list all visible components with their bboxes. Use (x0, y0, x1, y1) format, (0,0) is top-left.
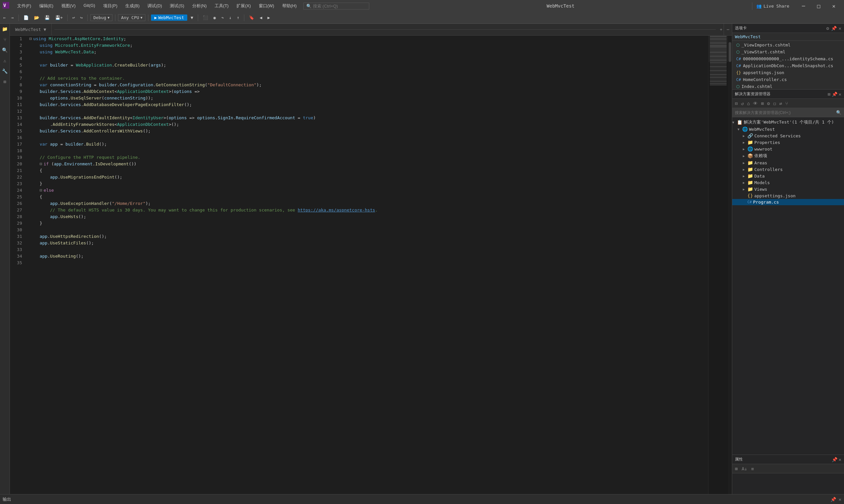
menu-analyze[interactable]: 分析(N) (188, 2, 211, 10)
save-all-button[interactable]: 💾+ (53, 15, 65, 21)
back-button[interactable]: ← (1, 15, 8, 21)
forward-button[interactable]: → (9, 15, 16, 21)
breakpoints-button[interactable]: ◉ (211, 15, 218, 21)
run-button[interactable]: ▶ WebMvcTest (151, 15, 187, 21)
tabs-panel-gear[interactable]: ⚙ (826, 26, 829, 31)
step-over-button[interactable]: ↷ (219, 15, 226, 21)
sol-home-btn[interactable]: ⌂ (746, 100, 751, 107)
solution-sync-btn[interactable]: ⊞ (828, 92, 830, 97)
solution-close-btn[interactable]: ✕ (839, 92, 841, 97)
tree-item-wwwroot[interactable]: ▶ 🌐 wwwroot (732, 146, 844, 152)
editor-scrollbar[interactable] (728, 36, 732, 494)
collapse-1[interactable]: ⊟ (29, 36, 32, 42)
menu-help[interactable]: 帮助(H) (278, 2, 301, 10)
maximize-button[interactable]: □ (811, 0, 826, 12)
props-close-btn[interactable]: ✕ (839, 457, 841, 462)
file-item-homecontroller[interactable]: C# HomeController.cs (732, 76, 844, 83)
sol-collapse-btn[interactable]: ⊟ (734, 100, 739, 107)
file-item-snapshot[interactable]: C# ApplicationDbCon...ModelSnapshot.cs (732, 62, 844, 69)
menu-debug[interactable]: 调试(D) (143, 2, 166, 10)
menu-file[interactable]: 文件(F) (13, 2, 35, 10)
undo-button[interactable]: ↩ (70, 15, 77, 21)
tabs-panel-pin[interactable]: 📌 (831, 26, 837, 31)
run-dropdown[interactable]: ▼ (189, 15, 195, 21)
file-item-index[interactable]: ⬡ Index.cshtml (732, 83, 844, 90)
code-editor[interactable]: ⊟ using Microsoft.AspNetCore.Identity; u… (28, 36, 708, 494)
menu-test[interactable]: 测试(S) (166, 2, 188, 10)
sol-git-btn[interactable]: ⑂ (784, 100, 789, 107)
file-item-appsettings[interactable]: {} appsettings.json (732, 69, 844, 76)
file-item-viewstart[interactable]: ⬡ _ViewStart.cshtml (732, 49, 844, 55)
props-pin-btn[interactable]: 📌 (832, 457, 838, 462)
step-into-button[interactable]: ↓ (227, 15, 234, 21)
tab-panel-menu[interactable]: ⋯ (727, 27, 729, 32)
sol-refresh-btn[interactable]: ↺ (740, 100, 745, 107)
tree-item-project[interactable]: ▼ 🌐 WebMvcTest (732, 126, 844, 132)
bookmark-button[interactable]: 🔖 (247, 15, 256, 21)
git-icon[interactable]: ⑂ (1, 36, 9, 43)
tree-item-properties[interactable]: ▶ 📁 Properties (732, 139, 844, 146)
save-button[interactable]: 💾 (42, 15, 52, 21)
tree-item-connected-services[interactable]: ▶ 🔗 Connected Services (732, 132, 844, 139)
menu-extensions[interactable]: 扩展(X) (232, 2, 255, 10)
tree-item-models[interactable]: ▶ 📁 Models (732, 179, 844, 186)
menu-edit[interactable]: 编辑(E) (35, 2, 57, 10)
scrollbar-thumb[interactable] (729, 42, 731, 62)
new-project-button[interactable]: 📄 (21, 15, 31, 21)
open-button[interactable]: 📂 (32, 15, 41, 21)
solution-pin-btn[interactable]: 📌 (832, 92, 838, 97)
step-out-button[interactable]: ↑ (235, 15, 242, 21)
diagnostics-icon[interactable]: ⚠ (1, 57, 9, 65)
search-sidebar-icon[interactable]: 🔍 (1, 46, 9, 54)
menu-git[interactable]: Git(G) (80, 2, 99, 10)
tree-item-solution[interactable]: ▼ 📋 解决方案'WebMvcTest'(1 个项目/共 1 个) (732, 119, 844, 126)
output-close-btn[interactable]: ✕ (839, 497, 841, 502)
menu-window[interactable]: 窗口(W) (255, 2, 278, 10)
search-input[interactable] (313, 4, 359, 8)
sol-show-all-btn[interactable]: 👁 (752, 100, 759, 107)
prev-bookmark[interactable]: ◀ (258, 15, 264, 21)
sol-props-btn[interactable]: ⚙ (766, 100, 771, 107)
tree-item-controllers[interactable]: ▶ 📁 Controllers (732, 166, 844, 173)
menu-build[interactable]: 生成(B) (121, 2, 143, 10)
props-grid-btn[interactable]: ⊞ (734, 466, 739, 472)
tab-add-button[interactable]: + (720, 27, 722, 32)
tree-item-data[interactable]: ▶ 📁 Data (732, 173, 844, 179)
minimap-viewport[interactable] (708, 36, 728, 62)
global-search[interactable]: 🔍 (303, 3, 369, 10)
menu-view[interactable]: 视图(V) (57, 2, 80, 10)
editor-tab-webmvctest[interactable]: WebMvcTest ▼ (10, 24, 52, 35)
output-pin-btn[interactable]: 📌 (830, 497, 836, 502)
tabs-panel-close[interactable]: ✕ (839, 26, 841, 31)
props-alpha-btn[interactable]: A↓ (740, 466, 748, 472)
file-item-viewimports[interactable]: ⬡ _ViewImports.cshtml (732, 41, 844, 49)
minimize-button[interactable]: ─ (796, 0, 811, 12)
live-share-button[interactable]: 👥 Live Share (752, 2, 793, 10)
close-button[interactable]: ✕ (826, 0, 841, 12)
tree-item-program[interactable]: ▶ C# Program.cs (732, 199, 844, 205)
sol-sync-btn[interactable]: ⇄ (778, 100, 783, 107)
tree-item-deps[interactable]: ▶ 📦 依赖项 (732, 152, 844, 159)
menu-project[interactable]: 项目(P) (99, 2, 121, 10)
menu-tools[interactable]: 工具(T) (211, 2, 233, 10)
solution-explorer-icon[interactable]: 📁 (1, 25, 9, 33)
props-category-btn[interactable]: ≡ (750, 466, 755, 472)
redo-button[interactable]: ↪ (78, 15, 85, 21)
tree-item-areas[interactable]: ▶ 📁 Areas (732, 159, 844, 166)
next-bookmark[interactable]: ▶ (265, 15, 272, 21)
collapse-20[interactable]: ⊟ (39, 161, 42, 167)
platform-dropdown[interactable]: Any CPU ▼ (118, 14, 145, 21)
sol-preview-btn[interactable]: ◻ (772, 100, 777, 107)
file-item-migration[interactable]: C# 00000000000000_...identitySchema.cs (732, 55, 844, 62)
collapse-24[interactable]: ⊟ (39, 187, 42, 194)
sol-filter-btn[interactable]: ⊞ (760, 100, 765, 107)
solution-search-input[interactable] (735, 110, 836, 115)
tree-item-appsettings[interactable]: ▶ {} appsettings.json (732, 192, 844, 199)
attach-button[interactable]: ⬛ (201, 15, 210, 21)
debug-config-dropdown[interactable]: Debug ▼ (90, 14, 113, 21)
extensions-sidebar-icon[interactable]: ⊞ (1, 78, 9, 86)
editor-container: WebMvcTest ▼ + ⋯ 1 2 3 4 5 6 7 (10, 24, 732, 494)
tree-item-views[interactable]: ▶ 📁 Views (732, 186, 844, 192)
solution-search-bar[interactable]: 🔍 (732, 108, 844, 117)
tools-sidebar-icon[interactable]: 🔧 (1, 67, 9, 75)
